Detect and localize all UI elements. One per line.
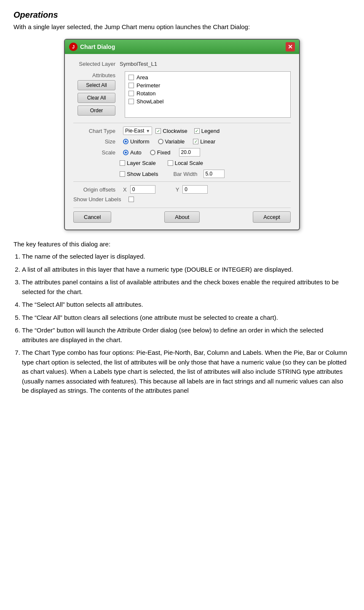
java-icon: J [69,43,78,51]
clockwise-label: Clockwise [163,128,187,134]
perimeter-label: Perimeter [136,82,160,89]
dialog-body: Selected Layer SymbolTest_L1 Attributes … [65,54,299,229]
rotaton-label: Rotaton [136,90,156,97]
chart-type-value: Pie-East [125,128,144,134]
auto-label: Auto [130,149,142,156]
selected-layer-row: Selected Layer SymbolTest_L1 [73,61,291,67]
x-input[interactable] [130,185,155,194]
perimeter-checkbox[interactable] [128,83,134,88]
local-scale-checkbox[interactable] [168,160,173,166]
layer-scale-label: Layer Scale [127,160,156,166]
show-labels-label: Show Labels [127,171,158,177]
divider2 [73,181,291,182]
scale-label: Scale [73,149,120,156]
list-item: Perimeter [128,81,287,89]
chart-type-select[interactable]: Pie-East ▼ [123,127,152,135]
dialog-titlebar: J Chart Dialog ✕ [65,40,299,54]
dialog-footer: Cancel About Accept [73,208,291,223]
selected-layer-value: SymbolTest_L1 [120,61,157,67]
uniform-label: Uniform [130,138,150,145]
area-label: Area [136,74,148,81]
select-all-button[interactable]: Select All [78,80,115,90]
chart-dialog: J Chart Dialog ✕ Selected Layer SymbolTe… [64,39,300,230]
close-button[interactable]: ✕ [286,42,295,51]
fixed-radio-group: Fixed [150,149,171,156]
chart-type-label: Chart Type [73,128,120,134]
list-item: Area [128,73,287,81]
list-item: ShowLabel [128,97,287,105]
legend-label: Legend [201,128,219,134]
dialog-title-text: Chart Dialog [80,43,115,50]
cancel-button[interactable]: Cancel [73,211,111,223]
linear-label: Linear [200,138,215,145]
divider [73,123,291,123]
fixed-value-input[interactable] [179,148,200,157]
clockwise-group: ✓ Clockwise [155,128,187,134]
show-under-labels-label: Show Under Labels [73,196,125,202]
show-labels-row: Show Labels Bar Width [73,170,291,178]
list-item: The Chart Type combo has four options: P… [22,348,351,396]
local-scale-label: Local Scale [175,160,203,166]
layer-scale-row: Layer Scale Local Scale [73,160,291,166]
selected-layer-label: Selected Layer [73,61,120,67]
showlabel-label: ShowLabel [136,98,163,105]
show-under-labels-row: Show Under Labels [73,196,291,202]
chart-type-row: Chart Type Pie-East ▼ ✓ Clockwise ✓ Lege… [73,127,291,135]
showlabel-checkbox[interactable] [128,99,134,104]
linear-checkbox[interactable]: ✓ [193,139,198,144]
legend-group: ✓ Legend [194,128,219,134]
bar-width-label: Bar Width [173,171,197,177]
layer-scale-checkbox[interactable] [120,160,125,166]
scale-row: Scale Auto Fixed [73,148,291,157]
local-scale-group: Local Scale [168,160,203,166]
clear-all-button[interactable]: Clear All [78,93,115,103]
auto-radio-group: Auto [123,149,142,156]
legend-checkbox[interactable]: ✓ [194,128,200,134]
dialog-title-left: J Chart Dialog [69,43,115,51]
bar-width-input[interactable] [203,170,225,178]
area-checkbox[interactable] [128,75,134,80]
y-label: Y [176,186,179,193]
size-label: Size [73,138,120,145]
list-item: A list of all attributes in this layer t… [22,265,351,275]
attributes-list: Area Perimeter Rotaton ShowLabel [125,71,291,118]
attributes-section: Attributes Select All Clear All Order Ar… [73,71,291,118]
layer-scale-group: Layer Scale [120,160,156,166]
description-intro: The key features of this dialog are: [13,240,351,248]
list-item: The attributes panel contains a list of … [22,278,351,297]
show-under-labels-checkbox[interactable] [128,197,134,202]
clockwise-checkbox[interactable]: ✓ [155,128,161,134]
show-labels-checkbox[interactable] [120,171,125,177]
page-intro: With a single layer selected, the Jump C… [13,23,351,30]
list-item: Rotaton [128,89,287,97]
accept-button[interactable]: Accept [253,211,291,223]
features-list: The name of the selected layer is displa… [22,252,351,396]
attr-buttons: Select All Clear All Order [78,78,115,116]
dropdown-arrow-icon: ▼ [146,129,150,133]
variable-radio[interactable] [158,139,163,144]
about-button[interactable]: About [164,211,200,223]
dialog-wrapper: J Chart Dialog ✕ Selected Layer SymbolTe… [13,39,351,230]
y-input[interactable] [182,185,208,194]
list-item: The “Select All” button selects all attr… [22,300,351,310]
rotaton-checkbox[interactable] [128,91,134,96]
fixed-label: Fixed [157,149,171,156]
size-row: Size Uniform Variable ✓ Linear [73,138,291,145]
list-item: The name of the selected layer is displa… [22,252,351,262]
show-labels-group: Show Labels [120,171,158,177]
variable-radio-group: Variable [158,138,185,145]
uniform-radio[interactable] [123,139,128,144]
origin-offsets-row: Origin offsets X Y [73,185,291,194]
uniform-radio-group: Uniform [123,138,150,145]
origin-offsets-label: Origin offsets [73,186,120,193]
attributes-label: Attributes [92,72,115,78]
fixed-radio[interactable] [150,150,155,155]
list-item: The “Order” button will launch the Attri… [22,326,351,345]
page-heading: Operations [13,10,351,20]
order-button[interactable]: Order [78,105,115,116]
linear-group: ✓ Linear [193,138,215,145]
auto-radio[interactable] [123,150,128,155]
variable-label: Variable [165,138,185,145]
list-item: The “Clear All” button clears all select… [22,313,351,323]
x-label: X [123,186,127,193]
